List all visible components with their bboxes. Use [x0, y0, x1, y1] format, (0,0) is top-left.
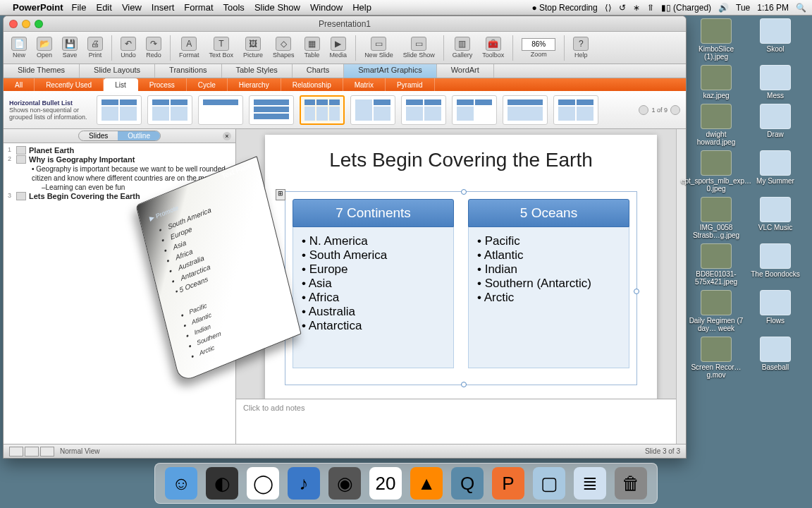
- menu-tools[interactable]: Tools: [223, 2, 245, 13]
- menu-slideshow[interactable]: Slide Show: [254, 2, 300, 13]
- menu-help[interactable]: Help: [352, 2, 371, 13]
- open-button[interactable]: 📂Open: [33, 35, 56, 60]
- tab-table-styles[interactable]: Table Styles: [222, 64, 293, 78]
- save-button[interactable]: 💾Save: [59, 35, 81, 60]
- cat-recent[interactable]: Recently Used: [35, 78, 104, 91]
- layout-thumb-7[interactable]: [401, 95, 446, 125]
- vertical-scrollbar[interactable]: [676, 129, 686, 444]
- tab-smartart[interactable]: SmartArt Graphics: [344, 64, 436, 78]
- tab-slide-themes[interactable]: Slide Themes: [4, 64, 80, 78]
- desktop-item[interactable]: Flows: [747, 290, 804, 332]
- sorter-view-button[interactable]: [25, 447, 39, 456]
- desktop-item[interactable]: kaz.jpeg: [688, 65, 744, 99]
- menu-view[interactable]: View: [122, 2, 142, 13]
- gallery-next[interactable]: [670, 105, 680, 115]
- desktop-item[interactable]: VLC Music: [747, 197, 804, 239]
- cat-all[interactable]: All: [4, 78, 35, 91]
- slideshow-button[interactable]: ▭Slide Show: [400, 35, 438, 60]
- desktop-item[interactable]: Baseball: [747, 337, 804, 379]
- smartart-graphic[interactable]: ⊞ 7 Continents N. America South America …: [285, 191, 637, 385]
- layout-thumb-3[interactable]: [198, 95, 243, 125]
- shapes-button[interactable]: ◇Shapes: [269, 35, 298, 60]
- layout-thumb-8[interactable]: [452, 95, 497, 125]
- slide[interactable]: Lets Begin Covering the Earth ⊞ 7 Contin…: [265, 135, 657, 399]
- desktop-item[interactable]: Daily Regimen (7 day… week: [688, 290, 744, 332]
- dock-steam[interactable]: ◉: [328, 467, 361, 500]
- print-button[interactable]: 🖨Print: [84, 35, 106, 60]
- menu-edit[interactable]: Edit: [96, 2, 111, 13]
- normal-view-button[interactable]: [9, 447, 23, 456]
- redo-button[interactable]: ↷Redo: [142, 35, 165, 60]
- tab-slide-layouts[interactable]: Slide Layouts: [80, 64, 155, 78]
- dock-chrome[interactable]: ◯: [247, 467, 279, 500]
- gallery-button[interactable]: ▥Gallery: [449, 35, 476, 60]
- layout-thumb-9[interactable]: [503, 95, 548, 125]
- smartart-col-2[interactable]: 5 Oceans Pacific Atlantic Indian Souther…: [468, 199, 629, 377]
- cat-pyramid[interactable]: Pyramid: [386, 78, 435, 91]
- close-sidebar[interactable]: ×: [223, 132, 231, 140]
- menu-file[interactable]: File: [72, 2, 87, 13]
- menu-insert[interactable]: Insert: [152, 2, 175, 13]
- desktop-item[interactable]: Skool: [747, 18, 804, 61]
- layout-thumb-5-selected[interactable]: [300, 95, 345, 125]
- cat-hierarchy[interactable]: Hierarchy: [228, 78, 281, 91]
- dock-preview[interactable]: ▢: [533, 467, 565, 500]
- titlebar[interactable]: Presentation1: [4, 16, 686, 32]
- spotlight-icon[interactable]: 🔍: [796, 3, 806, 13]
- scripts-icon[interactable]: ⟨⟩: [605, 3, 612, 13]
- layout-thumb-6[interactable]: [350, 95, 395, 125]
- toolbox-button[interactable]: 🧰Toolbox: [479, 35, 508, 60]
- smartart-col-1[interactable]: 7 Continents N. America South America Eu…: [293, 199, 454, 377]
- dock-trash[interactable]: 🗑: [615, 467, 647, 500]
- app-name[interactable]: PowerPoint: [13, 2, 63, 13]
- format-button[interactable]: AFormat: [176, 35, 203, 60]
- layout-thumb-4[interactable]: [249, 95, 294, 125]
- desktop-item[interactable]: KimboSlice (1).jpeg: [688, 18, 744, 61]
- layout-thumb-1[interactable]: [97, 95, 142, 125]
- layout-thumb-10[interactable]: [553, 95, 598, 125]
- cat-process[interactable]: Process: [138, 78, 187, 91]
- tab-transitions[interactable]: Transitions: [155, 64, 221, 78]
- clock-day[interactable]: Tue: [736, 3, 750, 13]
- dock-ical[interactable]: 20: [369, 467, 402, 500]
- textpane-toggle[interactable]: ⊞: [276, 189, 285, 200]
- slide-title[interactable]: Lets Begin Covering the Earth: [265, 149, 657, 171]
- zoom-control[interactable]: Zoom: [518, 37, 559, 59]
- table-button[interactable]: ▦Table: [301, 35, 324, 60]
- undo-button[interactable]: ↶Undo: [117, 35, 140, 60]
- picture-button[interactable]: 🖼Picture: [240, 35, 266, 60]
- dock-quicktime[interactable]: Q: [451, 467, 484, 500]
- desktop-item[interactable]: The Boondocks: [747, 243, 804, 286]
- tab-charts[interactable]: Charts: [293, 64, 344, 78]
- zoom-field[interactable]: [522, 38, 555, 51]
- cat-list[interactable]: List: [104, 78, 138, 91]
- dock-activity[interactable]: ≣: [574, 467, 606, 500]
- desktop-item[interactable]: Draw: [747, 104, 804, 146]
- dock-powerpoint[interactable]: P: [492, 467, 524, 500]
- desktop-item[interactable]: IMG_0058 Strasb…g.jpeg: [688, 197, 744, 239]
- help-button[interactable]: ?Help: [570, 35, 592, 60]
- sync-icon[interactable]: ↺: [619, 3, 626, 13]
- menu-window[interactable]: Window: [310, 2, 343, 13]
- stop-recording[interactable]: ● Stop Recording: [531, 3, 597, 13]
- airport-icon[interactable]: ⥣: [647, 3, 654, 13]
- menu-format[interactable]: Format: [184, 2, 213, 13]
- clock-time[interactable]: 1:16 PM: [757, 3, 789, 13]
- bluetooth-icon[interactable]: ∗: [633, 3, 640, 13]
- dock-vlc[interactable]: ▲: [410, 467, 443, 500]
- desktop-item[interactable]: Screen Recor…g.mov: [688, 337, 744, 379]
- dock-dashboard[interactable]: ◐: [206, 467, 238, 500]
- notes-pane[interactable]: Click to add notes: [236, 399, 686, 444]
- tab-slides[interactable]: Slides: [79, 131, 118, 140]
- dock-itunes[interactable]: ♪: [288, 467, 320, 500]
- cat-relationship[interactable]: Relationship: [281, 78, 343, 91]
- textbox-button[interactable]: TText Box: [206, 35, 238, 60]
- battery-status[interactable]: ▮▯ (Charged): [661, 3, 711, 13]
- desktop-item[interactable]: ept_sports_mlb_exp…0.jpeg: [688, 150, 744, 193]
- gallery-prev[interactable]: [639, 105, 648, 115]
- new-button[interactable]: 📄New: [8, 35, 30, 60]
- dock-finder[interactable]: ☺: [165, 467, 197, 500]
- desktop-item[interactable]: BD8E01031-575x421.jpeg: [688, 243, 744, 286]
- newslide-button[interactable]: ▭New Slide: [361, 35, 397, 60]
- desktop-item[interactable]: My Summer: [747, 150, 804, 193]
